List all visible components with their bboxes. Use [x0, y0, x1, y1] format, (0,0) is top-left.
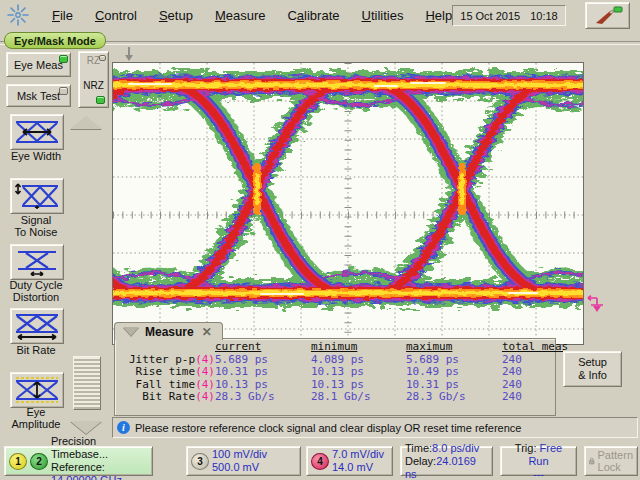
eye-diagram [113, 63, 583, 344]
signal-to-noise-label: Signal To Noise [0, 214, 72, 238]
col-current: current [215, 341, 311, 354]
msk-test-label: Msk Test [17, 90, 60, 102]
status-message: Please restore reference clock signal an… [135, 422, 521, 434]
duty-cycle-distortion-label: Duty Cycle Distortion [0, 279, 72, 303]
channel-4-button[interactable]: 4 7.0 mV/div 14.0 mV [306, 446, 393, 476]
datetime-display: 15 Oct 2015 10:18 [452, 5, 566, 26]
menu-help[interactable]: Help [425, 8, 452, 23]
ch4-scale: 7.0 mV/div [332, 448, 384, 461]
msk-test-button[interactable]: Msk Test [6, 84, 71, 107]
agilent-spark-logo-icon [6, 3, 30, 27]
eye-width-icon [14, 118, 60, 146]
sidebar-scrollbar-thumb[interactable] [73, 356, 101, 410]
mode-tab: Eye/Mask Mode [4, 32, 106, 49]
signal-to-noise-icon [14, 182, 60, 210]
reference-label: Reference: [51, 461, 105, 473]
duty-cycle-distortion-icon [14, 248, 60, 276]
channel-4-badge: 4 [311, 453, 329, 470]
col-maximum: maximum [406, 341, 502, 354]
menu-file[interactable]: File [52, 8, 73, 23]
time-value: 8.0 ps/div [432, 442, 479, 454]
measure-header-row: current minimum maximum total meas [115, 339, 555, 354]
trigger-button[interactable]: Trig: Free Run --- [500, 446, 577, 476]
ch3-offset: 500.0 mV [212, 461, 267, 474]
waveform-display[interactable] [112, 62, 584, 345]
eye-width-label: Eye Width [0, 150, 72, 162]
setup-info-button[interactable]: Setup & Info [563, 351, 622, 387]
bit-rate-label: Bit Rate [0, 344, 72, 356]
eye-amplitude-icon [14, 376, 60, 404]
timebase-line1: Precision Timebase... [51, 435, 148, 461]
status-bar: i Please restore reference clock signal … [112, 417, 638, 438]
nrz-led [96, 96, 105, 104]
measure-results-panel: current minimum maximum total meas Jitte… [114, 338, 556, 416]
delay-label: Delay: [405, 455, 436, 467]
eye-width-button[interactable] [10, 114, 64, 150]
menu-calibrate[interactable]: Calibrate [287, 8, 339, 23]
menu-utilities[interactable]: Utilities [362, 8, 404, 23]
measure-title: Measure [145, 325, 194, 339]
pattern-lock-label: Pattern Lock [598, 449, 633, 473]
menu-measure[interactable]: Measure [215, 8, 266, 23]
col-minimum: minimum [311, 341, 406, 354]
eye-meas-button[interactable]: Eye Meas [6, 52, 71, 77]
sidebar-scroll-up-button[interactable] [70, 116, 102, 129]
time-text: 10:18 [530, 10, 558, 22]
touch-screen-button[interactable] [585, 2, 630, 29]
ch4-offset: 14.0 mV [332, 461, 384, 474]
rz-led [99, 55, 106, 61]
pointing-hand-icon [592, 6, 624, 25]
eye-amplitude-label: Eye Amplitude [0, 406, 72, 430]
bit-rate-icon [14, 312, 60, 340]
bit-rate-button[interactable] [10, 308, 64, 344]
reference-value: 14.00000 GHz [51, 474, 122, 480]
measure-close-icon[interactable]: ✕ [200, 325, 214, 339]
rz-nrz-toggle[interactable]: RZ NRZ [78, 51, 109, 108]
time-delay-button[interactable]: Time:8.0 ps/div Delay:24.0169 ns [400, 446, 493, 476]
measure-tab-header[interactable]: Measure ✕ [114, 322, 223, 340]
sidebar-scroll-down-button[interactable] [70, 421, 102, 434]
eye-amplitude-button[interactable] [10, 372, 64, 408]
padlock-icon [589, 454, 595, 468]
channel-1-badge: 1 [9, 453, 27, 470]
trig-line2: --- [505, 468, 572, 480]
eye-meas-label: Eye Meas [14, 59, 63, 71]
channel-3-badge: 3 [191, 453, 209, 470]
pattern-lock-button[interactable]: Pattern Lock [584, 446, 638, 476]
trig-label: Trig: [515, 442, 537, 454]
eye-meas-led [59, 55, 68, 63]
signal-to-noise-button[interactable] [10, 178, 64, 214]
channel-2-badge: 2 [30, 453, 48, 470]
trigger-marker-icon[interactable] [122, 46, 136, 64]
oscilloscope-app: File Control Setup Measure Calibrate Uti… [0, 0, 640, 480]
measure-row-bit-rate[interactable]: Bit Rate(4) 28.3 Gb/s 28.1 Gb/s 28.3 Gb/… [115, 391, 555, 404]
nrz-label: NRZ [79, 80, 108, 91]
duty-cycle-distortion-button[interactable] [10, 244, 64, 280]
measure-collapse-icon[interactable] [123, 327, 139, 336]
date-text: 15 Oct 2015 [460, 10, 520, 22]
ch3-scale: 100 mV/div [212, 448, 267, 461]
info-icon: i [117, 421, 130, 434]
menu-control[interactable]: Control [95, 8, 137, 23]
channel-3-button[interactable]: 3 100 mV/div 500.0 mV [186, 446, 301, 476]
msk-test-led [59, 87, 68, 95]
menu-setup[interactable]: Setup [159, 8, 193, 23]
time-label: Time: [405, 442, 432, 454]
channel-1-2-timebase-button[interactable]: 1 2 Precision Timebase... Reference: 14.… [4, 446, 153, 476]
col-total-meas: total meas [502, 341, 552, 354]
time-reference-marker-icon[interactable] [583, 294, 605, 316]
